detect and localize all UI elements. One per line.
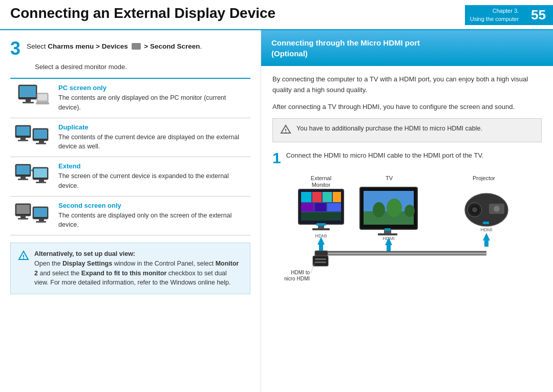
svg-rect-86 xyxy=(313,256,328,266)
svg-marker-77 xyxy=(483,233,490,241)
chapter-badge: Chapter 3. Using the computer 55 xyxy=(465,5,553,25)
mode-row-pc-only: PC screen only The contents are only dis… xyxy=(10,78,250,118)
mode-row-second: Second screen only The contents are disp… xyxy=(10,196,250,235)
expand-fit-label: Expand to fit to this monitor xyxy=(81,270,167,277)
mode-name-pc: PC screen only xyxy=(58,84,246,92)
instruction-bold2: > Second Screen xyxy=(144,42,200,50)
chapter-text-line1: Chapter 3. xyxy=(493,7,519,15)
svg-rect-74 xyxy=(319,245,323,251)
svg-rect-25 xyxy=(16,205,30,214)
svg-rect-44 xyxy=(323,192,332,202)
svg-text:HDMI: HDMI xyxy=(481,227,493,232)
svg-rect-18 xyxy=(18,179,28,180)
chapter-text-line2: Using the computer xyxy=(470,15,519,23)
step2-header: 1 Connect the HDMI to micro HDMI cable t… xyxy=(272,150,542,166)
note-box-dual-view: Alternatively, to set up dual view: Open… xyxy=(10,243,250,294)
chapter-number: 55 xyxy=(524,5,553,25)
mode-desc-sec: The contents are displayed only on the s… xyxy=(58,211,246,230)
mode-text-pc-only: PC screen only The contents are only dis… xyxy=(54,78,250,118)
page-header: Connecting an External Display Device Ch… xyxy=(0,0,553,30)
note-title: Alternatively, to set up dual view: xyxy=(34,250,135,257)
mode-text-duplicate: Duplicate The contents of the current de… xyxy=(54,118,250,157)
mode-text-extend: Extend The screen of the current device … xyxy=(54,157,250,197)
section-header: Connecting through the Micro HDMI port(O… xyxy=(261,30,553,66)
svg-text:External: External xyxy=(311,175,331,181)
mode-row-extend: Extend The screen of the current device … xyxy=(10,157,250,197)
svg-rect-49 xyxy=(301,212,341,221)
section-title: Connecting through the Micro HDMI port(O… xyxy=(271,38,420,58)
mode-desc-ext: The screen of the current device is expa… xyxy=(58,171,246,191)
page-title: Connecting an External Display Device xyxy=(10,5,465,25)
svg-rect-88 xyxy=(315,262,326,263)
step2-text: Connect the HDMI to micro HDMI cable to … xyxy=(286,150,484,161)
svg-rect-5 xyxy=(38,94,47,100)
instruction-bold1: Charms menu > Devices xyxy=(48,42,127,50)
left-panel: 3 Select Charms menu > Devices > Second … xyxy=(0,30,261,391)
note-text-dual-view: Alternatively, to set up dual view: Open… xyxy=(34,249,243,288)
svg-rect-63 xyxy=(385,228,391,231)
step2-number: 1 xyxy=(272,150,281,166)
svg-rect-30 xyxy=(39,219,44,221)
chapter-label: Chapter 3. Using the computer xyxy=(465,5,524,25)
mode-name-ext: Extend xyxy=(58,162,246,170)
svg-point-70 xyxy=(494,206,500,212)
svg-rect-27 xyxy=(18,218,28,220)
note-icon-right xyxy=(280,124,291,137)
svg-point-33 xyxy=(23,258,24,259)
mode-text-second: Second screen only The contents are disp… xyxy=(54,196,250,235)
main-content: 3 Select Charms menu > Devices > Second … xyxy=(0,30,553,391)
svg-rect-17 xyxy=(20,177,26,179)
charms-icon xyxy=(132,43,141,50)
svg-rect-47 xyxy=(315,203,326,211)
svg-rect-23 xyxy=(36,182,46,183)
svg-rect-87 xyxy=(315,258,326,260)
svg-rect-26 xyxy=(20,216,26,218)
mode-icon-pc-only xyxy=(10,78,54,118)
modes-table: PC screen only The contents are only dis… xyxy=(10,78,250,235)
svg-rect-16 xyxy=(16,165,30,175)
diagram-area: External Monitor TV Projector xyxy=(272,173,542,280)
svg-rect-2 xyxy=(26,99,31,102)
svg-rect-6 xyxy=(36,102,49,104)
svg-point-35 xyxy=(285,132,286,133)
svg-text:micro HDMI: micro HDMI xyxy=(284,276,310,280)
svg-rect-42 xyxy=(301,192,311,202)
mode-name-dup: Duplicate xyxy=(58,123,246,131)
display-settings-label: Display Settings xyxy=(62,260,112,267)
mode-icon-second xyxy=(10,196,54,235)
mode-icon-extend xyxy=(10,157,54,197)
right-para2: After connecting a TV through HDMI, you … xyxy=(272,102,542,113)
svg-point-58 xyxy=(373,202,385,217)
svg-text:HDMI to: HDMI to xyxy=(291,270,310,275)
svg-point-68 xyxy=(472,207,477,212)
svg-text:TV: TV xyxy=(386,175,393,181)
svg-rect-52 xyxy=(316,223,326,226)
svg-rect-29 xyxy=(34,208,47,217)
svg-text:Projector: Projector xyxy=(473,175,495,181)
step-header: 3 Select Charms menu > Devices > Second … xyxy=(10,39,250,58)
svg-rect-20 xyxy=(34,168,47,178)
note-icon xyxy=(18,250,29,264)
step-instruction: Select Charms menu > Devices > Second Sc… xyxy=(27,41,202,52)
right-panel: Connecting through the Micro HDMI port(O… xyxy=(261,30,553,391)
svg-rect-9 xyxy=(20,138,26,140)
step-sub: Select a desired monitor mode. xyxy=(35,63,250,71)
svg-rect-62 xyxy=(378,233,397,235)
svg-rect-48 xyxy=(327,203,341,211)
svg-rect-46 xyxy=(301,203,314,211)
svg-rect-43 xyxy=(312,192,322,202)
svg-point-59 xyxy=(387,199,402,217)
svg-rect-31 xyxy=(36,221,46,223)
svg-rect-22 xyxy=(39,180,44,182)
svg-rect-1 xyxy=(19,86,36,97)
svg-rect-8 xyxy=(16,126,30,136)
svg-rect-13 xyxy=(39,141,44,143)
svg-rect-71 xyxy=(483,222,489,224)
svg-rect-10 xyxy=(18,140,28,141)
mode-icon-duplicate xyxy=(10,118,54,157)
svg-rect-3 xyxy=(23,102,34,103)
svg-rect-14 xyxy=(36,143,46,144)
svg-text:Monitor: Monitor xyxy=(312,182,331,188)
step-number: 3 xyxy=(10,39,20,58)
svg-rect-78 xyxy=(484,241,488,247)
